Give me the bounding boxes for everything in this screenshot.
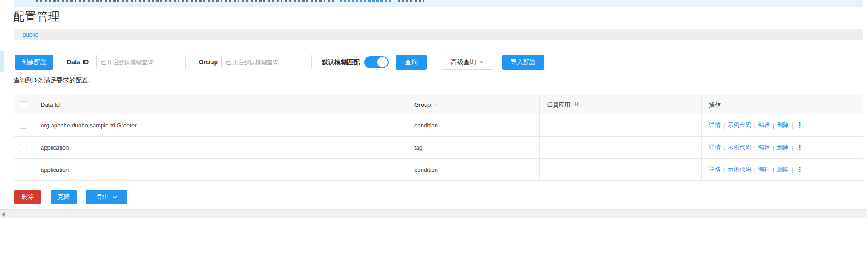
chevron-down-icon <box>113 193 117 200</box>
result-count: 3 <box>33 77 38 84</box>
horizontal-scrollbar[interactable] <box>0 209 867 218</box>
group-cell: tag <box>407 137 540 158</box>
column-label: Group <box>414 101 431 108</box>
delete-link[interactable]: 删除 <box>777 121 788 129</box>
toggle-knob <box>377 57 388 67</box>
separator: | <box>754 166 755 173</box>
banner-clipped-text <box>398 0 424 2</box>
separator: | <box>773 122 774 129</box>
app-cell <box>540 159 702 180</box>
row-checkbox-cell <box>14 159 33 180</box>
result-summary-suffix: 条满足要求的配置。 <box>38 76 94 84</box>
bulk-delete-button[interactable]: 删除 <box>14 190 41 204</box>
notification-banner <box>14 0 863 7</box>
advanced-search-label: 高级查询 <box>451 58 476 66</box>
detail-link[interactable]: 详情 <box>709 143 721 151</box>
row-checkbox[interactable] <box>20 122 27 129</box>
operations-cell: 详情|示例代码|编辑|删除|⋮ <box>702 114 863 136</box>
left-nav-rail <box>0 0 4 259</box>
separator: | <box>791 166 793 173</box>
column-header-data-id[interactable]: Data Id <box>33 95 407 114</box>
group-input[interactable] <box>221 55 312 69</box>
row-checkbox[interactable] <box>20 166 27 173</box>
select-all-checkbox[interactable] <box>20 101 27 108</box>
sort-icon[interactable] <box>63 101 69 108</box>
export-button[interactable]: 导出 <box>86 190 127 204</box>
import-config-button[interactable]: 导入配置 <box>502 55 544 70</box>
column-header-group[interactable]: Group <box>407 95 540 114</box>
row-checkbox-cell <box>14 137 33 158</box>
separator: | <box>723 144 725 151</box>
column-label: 归属应用 <box>547 101 570 109</box>
group-cell: condition <box>407 159 540 180</box>
row-checkbox[interactable] <box>20 144 27 151</box>
delete-link[interactable]: 删除 <box>777 165 788 174</box>
data-id-cell: application <box>33 159 407 180</box>
group-cell: condition <box>407 114 540 136</box>
config-table: Data Id Group 归属应用 操作 org.apache.dubbo.s… <box>14 95 863 181</box>
separator: | <box>791 144 793 151</box>
advanced-search-button[interactable]: 高级查询 <box>441 55 493 70</box>
app-cell <box>540 114 702 136</box>
page-title: 配置管理 <box>13 9 60 24</box>
separator: | <box>754 144 755 151</box>
search-button[interactable]: 查询 <box>396 55 427 70</box>
result-summary: 查询到3条满足要求的配置。 <box>14 76 94 85</box>
banner-clipped-link <box>340 0 393 2</box>
separator: | <box>773 144 774 151</box>
operations-cell: 详情|示例代码|编辑|删除|⋮ <box>702 159 863 180</box>
scroll-left-arrow-icon[interactable] <box>2 212 5 217</box>
chevron-down-icon <box>479 58 484 65</box>
table-row: application tag 详情|示例代码|编辑|删除|⋮ <box>14 137 863 159</box>
fuzzy-match-toggle[interactable] <box>364 56 389 68</box>
sort-icon[interactable] <box>574 101 579 108</box>
separator: | <box>791 122 793 129</box>
sample-code-link[interactable]: 示例代码 <box>727 165 751 174</box>
create-config-button[interactable]: 创建配置 <box>15 55 53 70</box>
more-actions-icon[interactable]: ⋮ <box>797 121 803 129</box>
separator: | <box>723 122 725 129</box>
column-label: Data Id <box>41 101 60 108</box>
separator: | <box>754 122 755 129</box>
fuzzy-match-label: 默认模糊匹配 <box>322 55 360 70</box>
sort-icon[interactable] <box>434 101 440 108</box>
sample-code-link[interactable]: 示例代码 <box>727 143 751 151</box>
data-id-label: Data ID <box>67 55 89 70</box>
data-id-cell: application <box>33 137 407 158</box>
row-checkbox-cell <box>14 114 33 136</box>
data-id-cell: org.apache.dubbo.sample.tri.Greeter <box>33 114 407 136</box>
banner-clipped-text <box>36 0 334 2</box>
table-row: application condition 详情|示例代码|编辑|删除|⋮ <box>14 159 863 181</box>
table-header-row: Data Id Group 归属应用 操作 <box>14 95 863 114</box>
clone-button[interactable]: 克隆 <box>51 190 77 204</box>
config-management-page: 配置管理 public 创建配置 Data ID Group 默认模糊匹配 查询… <box>0 0 868 259</box>
group-label: Group <box>199 55 218 70</box>
separator: | <box>773 166 774 173</box>
export-label: 导出 <box>97 193 109 201</box>
column-label: 操作 <box>709 101 721 109</box>
edit-link[interactable]: 编辑 <box>758 121 770 129</box>
edit-link[interactable]: 编辑 <box>758 143 770 151</box>
edit-link[interactable]: 编辑 <box>758 165 770 174</box>
more-actions-icon[interactable]: ⋮ <box>797 143 803 151</box>
app-cell <box>540 137 702 158</box>
left-nav-active-indicator <box>0 51 4 72</box>
header-checkbox-cell <box>14 95 33 114</box>
more-actions-icon[interactable]: ⋮ <box>797 165 803 174</box>
result-summary-prefix: 查询到 <box>14 76 33 84</box>
detail-link[interactable]: 详情 <box>709 165 721 174</box>
data-id-input[interactable] <box>96 55 186 69</box>
table-row: org.apache.dubbo.sample.tri.Greeter cond… <box>14 114 863 137</box>
column-header-operations: 操作 <box>702 95 863 114</box>
column-header-app[interactable]: 归属应用 <box>540 95 702 114</box>
sample-code-link[interactable]: 示例代码 <box>727 121 751 129</box>
operations-cell: 详情|示例代码|编辑|删除|⋮ <box>702 137 863 158</box>
detail-link[interactable]: 详情 <box>709 121 721 129</box>
namespace-item-public[interactable]: public <box>23 29 38 40</box>
separator: | <box>723 166 725 173</box>
delete-link[interactable]: 删除 <box>777 143 788 151</box>
namespace-bar: public <box>14 29 863 40</box>
